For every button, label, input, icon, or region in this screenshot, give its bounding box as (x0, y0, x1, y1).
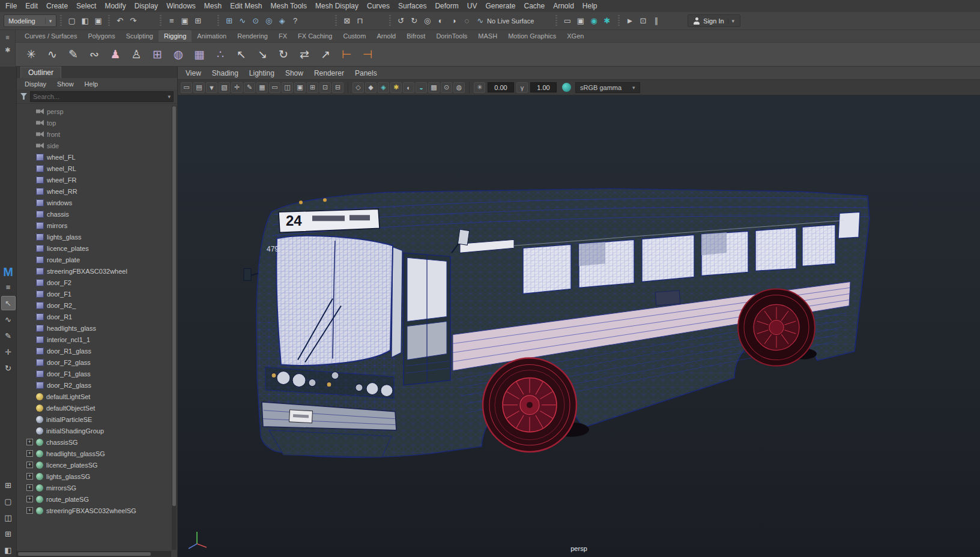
menu-item[interactable]: Create (42, 1, 72, 11)
group-grip[interactable] (60, 15, 62, 27)
workspace-selector[interactable]: Modeling ▾ (4, 14, 56, 27)
content-browser-icon[interactable]: ⊡ (637, 14, 649, 27)
color-transform-select[interactable]: sRGB gamma ▾ (575, 82, 640, 93)
outliner-menu-item[interactable]: Help (79, 79, 104, 89)
menu-item[interactable]: Surfaces (394, 1, 431, 11)
snap-together-icon[interactable]: ↺ (395, 14, 407, 27)
shelf-edit-icon[interactable]: ✱ (5, 46, 10, 54)
undo-icon[interactable]: ↶ (113, 14, 126, 27)
render-settings-icon[interactable]: ✱ (600, 14, 613, 27)
lock-selection-icon[interactable]: ⊓ (354, 14, 366, 27)
outliner-item[interactable]: streeringFBXASC032wheelSG (17, 505, 177, 516)
outliner-menu-item[interactable]: Show (52, 79, 79, 89)
menu-item[interactable]: Arnold (549, 1, 578, 11)
rotate-tool-icon[interactable]: ↻ (1, 361, 16, 375)
anti-alias-icon[interactable]: ▩ (428, 82, 440, 93)
xray-icon[interactable]: ◍ (453, 82, 465, 93)
shelf-tab[interactable]: XGen (561, 30, 589, 42)
shelf-tab[interactable]: Motion Graphics (503, 30, 561, 42)
field-chart-icon[interactable]: ⊞ (307, 82, 318, 93)
select-tool-icon[interactable]: ↖ (1, 296, 16, 310)
outliner-item[interactable]: door_F2_glass (17, 357, 177, 368)
outliner-item[interactable]: licence_plates (17, 242, 177, 254)
ik-handle-icon[interactable]: ♙ (127, 45, 146, 64)
menu-item[interactable]: Deform (431, 1, 462, 11)
open-scene-icon[interactable]: ◧ (79, 14, 91, 27)
outliner-item[interactable]: chassis (17, 208, 177, 220)
shelf-tab[interactable]: Custom (338, 30, 372, 42)
outliner-item[interactable]: door_R1 (17, 311, 177, 322)
outliner-item[interactable]: wheel_RL (17, 163, 177, 174)
pause-icon[interactable]: ∥ (650, 14, 662, 27)
search-field[interactable] (33, 93, 168, 100)
layout-four-panes-icon[interactable]: ⊞ (1, 526, 16, 541)
outliner-item[interactable]: mirrorsSG (17, 482, 177, 493)
scrollbar-thumb[interactable] (172, 106, 176, 506)
expand-icon[interactable] (26, 450, 33, 457)
new-scene-icon[interactable]: ▢ (65, 14, 78, 27)
menu-item[interactable]: Windows (162, 1, 200, 11)
outliner-item[interactable]: door_F1 (17, 288, 177, 300)
outliner-tab[interactable]: Outliner (20, 67, 61, 78)
sign-in-button[interactable]: Sign In ▾ (688, 14, 740, 27)
outliner-item[interactable]: lights_glass (17, 231, 177, 242)
menu-item[interactable]: UV (463, 1, 482, 11)
shelf-tab[interactable]: MASH (473, 30, 503, 42)
gate-mask-icon[interactable]: ▣ (294, 82, 306, 93)
chevron-down-icon[interactable]: ▾ (168, 94, 171, 100)
menu-item[interactable]: Help (578, 1, 602, 11)
outliner-item[interactable]: chassisSG (17, 436, 177, 448)
panel-menu-item[interactable]: Panels (349, 68, 383, 79)
discrete-rotate-icon[interactable]: ↻ (408, 14, 420, 27)
outliner-item[interactable]: initialParticleSE (17, 414, 177, 425)
outliner-item[interactable]: wheel_FR (17, 174, 177, 185)
outliner-item[interactable]: door_F1_glass (17, 368, 177, 379)
outliner-item[interactable]: door_F2 (17, 277, 177, 288)
shaded-icon[interactable]: ◆ (365, 82, 377, 93)
select-camera-icon[interactable]: ▭ (181, 82, 192, 93)
snap-point-icon[interactable]: ⊙ (249, 14, 262, 27)
outliner-item[interactable]: front (17, 128, 177, 140)
unpin-constraint-icon[interactable]: ⊣ (358, 45, 377, 64)
move-tool-icon[interactable]: ✛ (1, 345, 16, 359)
construction-history-icon[interactable]: ⊠ (340, 14, 353, 27)
outliner-horizontal-scrollbar[interactable] (17, 551, 171, 557)
group-grip[interactable] (389, 15, 391, 27)
outliner-item[interactable]: wheel_FL (17, 151, 177, 163)
shelf-tab[interactable]: Sculpting (121, 30, 159, 42)
point-constraint-icon[interactable]: ↘ (253, 45, 272, 64)
menu-item[interactable]: Mesh Tools (267, 1, 311, 11)
grease-pencil-icon[interactable]: ✎ (244, 82, 255, 93)
group-grip[interactable] (555, 15, 557, 27)
panel-menu-item[interactable]: Show (280, 68, 309, 79)
gamma-field[interactable]: 1.00 (530, 82, 557, 92)
outliner-item[interactable]: windows (17, 197, 177, 208)
quick-help-icon[interactable]: ? (289, 14, 301, 27)
menu-item[interactable]: Curves (363, 1, 394, 11)
ep-curve-icon[interactable]: ∿ (43, 45, 62, 64)
outliner-vertical-scrollbar[interactable] (172, 106, 177, 550)
menu-item[interactable]: Mesh Display (311, 1, 363, 11)
live-surface-indicator[interactable]: ∿ No Live Surface (473, 14, 537, 27)
paint-select-tool-icon[interactable]: ✎ (1, 328, 16, 343)
exposure-field[interactable]: 0.00 (488, 82, 514, 92)
shelf-tab[interactable]: Arnold (371, 30, 401, 42)
outliner-item[interactable]: side (17, 140, 177, 151)
outliner-item[interactable]: wheel_RR (17, 185, 177, 197)
shelf-tab[interactable]: Polygons (82, 30, 120, 42)
shadows-icon[interactable]: ◐ (403, 82, 414, 93)
select-object-icon[interactable]: ▣ (178, 14, 191, 27)
menu-item[interactable]: File (1, 1, 21, 11)
grid-icon[interactable]: ▦ (256, 82, 268, 93)
select-component-icon[interactable]: ⊞ (192, 14, 204, 27)
layout-two-panes-icon[interactable]: ◫ (1, 510, 16, 525)
shelf-tab[interactable]: Rigging (159, 30, 192, 42)
aim-constraint-icon[interactable]: ⇄ (295, 45, 314, 64)
scale-constraint-icon[interactable]: ↗ (316, 45, 335, 64)
pencil-curve-icon[interactable]: ✎ (64, 45, 83, 64)
shelf-tab[interactable]: FX (273, 30, 292, 42)
group-grip[interactable] (618, 15, 620, 27)
wireframe-icon[interactable]: ◇ (352, 82, 364, 93)
exposure-icon[interactable]: ✳ (474, 82, 485, 93)
outliner-item[interactable]: initialShadingGroup (17, 425, 177, 436)
